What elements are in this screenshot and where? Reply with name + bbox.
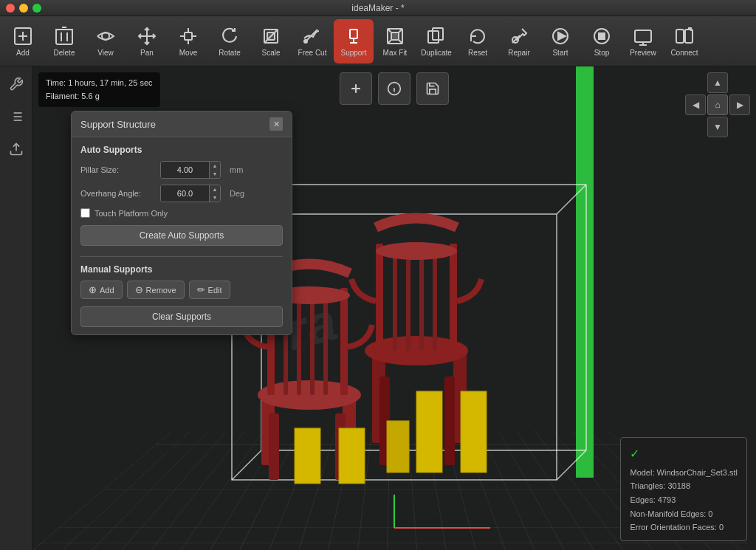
overhang-input-wrap: ▲ ▼ bbox=[160, 185, 221, 202]
nav-right-button[interactable]: ▶ bbox=[729, 94, 750, 115]
svg-rect-62 bbox=[340, 288, 348, 395]
svg-rect-84 bbox=[387, 421, 409, 472]
svg-rect-71 bbox=[444, 377, 455, 465]
toolbar-duplicate-button[interactable]: Duplicate bbox=[416, 19, 456, 63]
traffic-lights bbox=[6, 4, 41, 13]
toolbar-preview-button[interactable]: Preview bbox=[623, 19, 663, 63]
overhang-down[interactable]: ▼ bbox=[210, 193, 220, 202]
toolbar-maxfit-button[interactable]: Max Fit bbox=[375, 19, 415, 63]
pillar-size-spinners: ▲ ▼ bbox=[209, 162, 220, 178]
stop-icon bbox=[591, 26, 612, 47]
close-button[interactable] bbox=[6, 4, 15, 13]
rotate-icon bbox=[219, 26, 240, 47]
touch-platform-checkbox[interactable] bbox=[80, 208, 90, 218]
left-sidebar bbox=[0, 66, 32, 550]
maxfit-icon bbox=[385, 26, 405, 47]
toolbar-view-button[interactable]: View bbox=[86, 19, 126, 63]
svg-rect-81 bbox=[339, 428, 365, 484]
toolbar-stop-button[interactable]: Stop bbox=[582, 19, 622, 63]
nav-up-button[interactable]: ▲ bbox=[707, 72, 728, 93]
nav-left-button[interactable]: ◀ bbox=[685, 94, 706, 115]
toolbar-reset-button[interactable]: Reset bbox=[458, 19, 498, 63]
toolbar-delete-button[interactable]: Delete bbox=[44, 19, 84, 63]
svg-rect-77 bbox=[419, 255, 424, 351]
toolbar-freecut-button[interactable]: Free Cut bbox=[292, 19, 332, 63]
time-value: 1 hours, 17 min, 25 sec bbox=[68, 78, 152, 87]
panel-title: Support Structure bbox=[80, 119, 156, 130]
svg-rect-58 bbox=[269, 413, 279, 480]
time-label: Time: bbox=[46, 78, 66, 87]
toolbar-pan-button[interactable]: Pan bbox=[127, 19, 167, 63]
viewport[interactable]: ra bbox=[32, 66, 756, 550]
manual-add-button[interactable]: ⊕ Add bbox=[80, 281, 123, 299]
info-button[interactable] bbox=[378, 72, 410, 105]
pillar-size-label: Pillar Size: bbox=[80, 165, 154, 174]
svg-rect-3 bbox=[56, 30, 72, 44]
panel-body: Auto Supports Pillar Size: ▲ ▼ mm bbox=[72, 137, 292, 334]
manual-remove-button[interactable]: ⊖ Remove bbox=[127, 281, 185, 299]
model-info-panel: ✓ Model: WindsorChair_Set3.stl Triangles… bbox=[620, 437, 747, 541]
top-center-icons bbox=[340, 72, 449, 105]
pencil-icon: ✏ bbox=[197, 285, 205, 295]
svg-rect-73 bbox=[376, 244, 383, 351]
filament-value: 5.6 g bbox=[81, 92, 99, 100]
pillar-size-input[interactable] bbox=[161, 162, 209, 178]
panel-close-button[interactable]: ✕ bbox=[269, 117, 283, 131]
clear-supports-button[interactable]: Clear Supports bbox=[80, 306, 283, 327]
sidebar-list-icon[interactable] bbox=[6, 106, 27, 127]
svg-point-79 bbox=[376, 242, 457, 260]
save-button[interactable] bbox=[416, 72, 449, 105]
svg-rect-66 bbox=[323, 299, 328, 395]
duplicate-icon bbox=[426, 26, 447, 47]
add-icon bbox=[13, 26, 33, 47]
manual-buttons: ⊕ Add ⊖ Remove ✏ Edit bbox=[80, 281, 283, 299]
sidebar-wrench-icon[interactable] bbox=[6, 74, 27, 94]
pillar-size-down[interactable]: ▼ bbox=[210, 170, 220, 178]
info-bar: Time: 1 hours, 17 min, 25 sec Filament: … bbox=[38, 72, 160, 107]
svg-line-52 bbox=[557, 450, 586, 480]
svg-line-49 bbox=[557, 185, 586, 214]
overhang-input[interactable] bbox=[161, 185, 209, 202]
model-edges: Edges: 4793 bbox=[630, 493, 738, 507]
toolbar-repair-button[interactable]: Repair bbox=[499, 19, 539, 63]
nav-down-button[interactable]: ▼ bbox=[707, 117, 728, 137]
pillar-size-row: Pillar Size: ▲ ▼ mm bbox=[80, 161, 283, 179]
auto-supports-title: Auto Supports bbox=[80, 145, 283, 155]
model-non-manifold: Non-Manifold Edges: 0 bbox=[630, 507, 738, 521]
support-panel: Support Structure ✕ Auto Supports Pillar… bbox=[71, 111, 292, 335]
pillar-size-input-wrap: ▲ ▼ bbox=[160, 161, 221, 179]
toolbar-start-button[interactable]: Start bbox=[540, 19, 580, 63]
manual-edit-button[interactable]: ✏ Edit bbox=[189, 281, 230, 299]
add-object-button[interactable] bbox=[340, 72, 372, 105]
touch-platform-row: Touch Platform Only bbox=[80, 208, 283, 218]
toolbar-add-button[interactable]: Add bbox=[3, 19, 43, 63]
overhang-up[interactable]: ▲ bbox=[210, 185, 220, 193]
window-title: ideaMaker - * bbox=[351, 3, 404, 13]
toolbar-support-button[interactable]: Support bbox=[334, 19, 374, 63]
freecut-icon bbox=[302, 26, 323, 47]
svg-rect-76 bbox=[406, 255, 410, 351]
pillar-size-up[interactable]: ▲ bbox=[210, 162, 220, 170]
svg-rect-34 bbox=[635, 30, 651, 42]
navigation-arrows: ▲ ◀ ⌂ ▶ ▼ bbox=[685, 72, 750, 137]
minimize-button[interactable] bbox=[19, 4, 28, 13]
nav-home-button[interactable]: ⌂ bbox=[707, 94, 728, 115]
overhang-row: Overhang Angle: ▲ ▼ Deg bbox=[80, 185, 283, 202]
connect-icon bbox=[674, 26, 695, 47]
toolbar-move-button[interactable]: Move bbox=[168, 19, 208, 63]
sidebar-upload-icon[interactable] bbox=[6, 139, 27, 159]
view-icon bbox=[95, 26, 116, 47]
remove-circle-icon: ⊖ bbox=[135, 285, 143, 295]
svg-line-51 bbox=[232, 450, 261, 480]
pan-icon bbox=[137, 26, 157, 47]
svg-rect-80 bbox=[295, 428, 320, 484]
toolbar-connect-button[interactable]: Connect bbox=[664, 19, 704, 63]
toolbar-scale-button[interactable]: Scale bbox=[251, 19, 291, 63]
svg-rect-33 bbox=[599, 33, 605, 39]
main-area: ra bbox=[0, 66, 756, 550]
create-auto-supports-button[interactable]: Create Auto Supports bbox=[80, 225, 283, 246]
svg-rect-78 bbox=[433, 255, 437, 351]
filament-label: Filament: bbox=[46, 92, 79, 100]
toolbar-rotate-button[interactable]: Rotate bbox=[210, 19, 250, 63]
maximize-button[interactable] bbox=[32, 4, 41, 13]
